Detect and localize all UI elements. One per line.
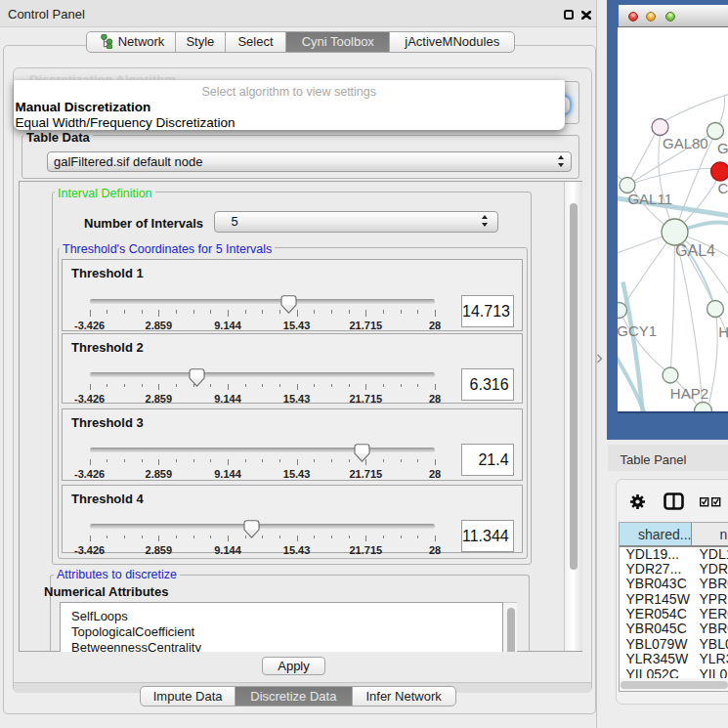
svg-text:HAP2: HAP2 (669, 384, 707, 401)
svg-text:GAL11: GAL11 (627, 190, 672, 206)
svg-text:GAL4: GAL4 (675, 241, 715, 258)
svg-text:C: C (717, 179, 728, 195)
svg-text:GA: GA (717, 139, 728, 155)
svg-text:GAL80: GAL80 (663, 134, 708, 150)
svg-text:GCY1: GCY1 (618, 321, 657, 338)
svg-text:H: H (718, 322, 728, 339)
